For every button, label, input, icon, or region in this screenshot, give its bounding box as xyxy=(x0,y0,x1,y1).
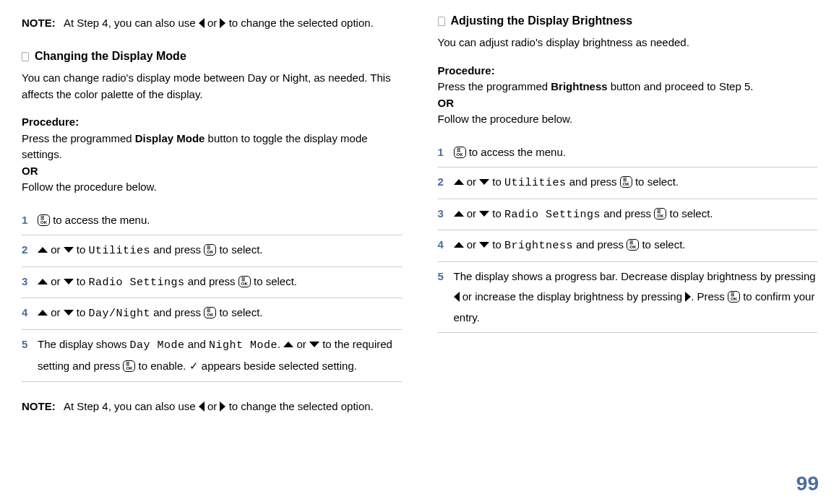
proc-text-part: Follow the procedure below. xyxy=(438,113,573,125)
proc-text-part: Press the programmed xyxy=(22,132,135,144)
ok-button-icon xyxy=(38,214,50,226)
step-text: or xyxy=(48,306,64,318)
note-block-top: NOTE: At Step 4, you can also use or to … xyxy=(22,14,402,32)
step-text: and press xyxy=(150,306,204,318)
up-arrow-icon xyxy=(454,211,464,217)
step-3: 3 or to Radio Settings and press to sele… xyxy=(22,267,402,299)
proc-text-part: Follow the procedure below. xyxy=(22,181,157,193)
step-number: 1 xyxy=(22,210,38,231)
note-text-part: or xyxy=(205,17,220,29)
procedure-label: Procedure: xyxy=(438,64,495,77)
step-text: to access the menu. xyxy=(50,214,150,226)
ok-button-icon xyxy=(238,276,251,287)
step-number: 5 xyxy=(438,266,454,287)
step-2: 2 or to Utilities and press to select. xyxy=(22,235,402,267)
step-number: 2 xyxy=(438,172,454,193)
step-text: appears beside selected setting. xyxy=(199,360,357,372)
menu-option: Brightness xyxy=(504,240,573,252)
step-text: . xyxy=(277,338,283,350)
step-body: or to Day/Night and press to select. xyxy=(38,303,402,325)
down-arrow-icon xyxy=(64,310,74,316)
step-text: and press xyxy=(573,238,627,251)
document-icon xyxy=(22,52,29,61)
section-title-display-mode: Changing the Display Mode xyxy=(22,50,402,63)
note-label: NOTE: xyxy=(22,398,64,415)
step-body: or to Radio Settings and press to select… xyxy=(454,204,818,226)
up-arrow-icon xyxy=(283,342,293,347)
proc-bold: Brightness xyxy=(551,80,607,92)
or-text: OR xyxy=(438,97,455,109)
page-number: 99 xyxy=(796,472,819,495)
down-arrow-icon xyxy=(64,247,74,253)
step-5: 5 The display shows a progress bar. Decr… xyxy=(438,262,818,334)
note-text-part: to change the selected option. xyxy=(225,17,373,29)
step-number: 2 xyxy=(22,240,38,261)
step-text: The display shows a progress bar. Decrea… xyxy=(454,270,816,282)
step-number: 5 xyxy=(22,334,38,355)
procedure-block: Procedure: Press the programmed Display … xyxy=(22,114,402,196)
left-arrow-icon xyxy=(454,292,460,302)
left-arrow-icon xyxy=(199,401,205,412)
step-text: to select. xyxy=(216,243,262,256)
step-text: and xyxy=(185,338,209,350)
step-text: to select. xyxy=(216,306,262,318)
down-arrow-icon xyxy=(64,279,74,284)
steps-list: 1 to access the menu. 2 or to Utilities … xyxy=(22,206,402,382)
step-2: 2 or to Utilities and press to select. xyxy=(438,168,818,199)
menu-option: Day/Night xyxy=(89,308,151,320)
note-block-bottom: NOTE: At Step 4, you can also use or to … xyxy=(22,398,402,415)
down-arrow-icon xyxy=(479,211,489,217)
note-text: At Step 4, you can also use or to change… xyxy=(64,14,402,32)
menu-option: Utilities xyxy=(89,245,151,257)
step-body: or to Utilities and press to select. xyxy=(454,172,818,194)
right-column: Adjusting the Display Brightness You can… xyxy=(438,14,818,433)
step-text: . Press xyxy=(691,290,728,303)
step-number: 3 xyxy=(22,271,38,292)
step-text: to xyxy=(489,175,504,188)
step-text: to xyxy=(489,238,504,251)
down-arrow-icon xyxy=(309,342,319,347)
menu-option: Radio Settings xyxy=(504,209,601,221)
step-number: 1 xyxy=(438,142,454,163)
step-text: and press xyxy=(150,243,204,256)
step-text: to xyxy=(74,243,89,256)
step-3: 3 or to Radio Settings and press to sele… xyxy=(438,199,818,231)
step-body: or to Brightness and press to select. xyxy=(454,235,818,257)
intro-text: You can adjust radio's display brightnes… xyxy=(438,35,818,51)
step-text: or xyxy=(464,207,480,220)
step-4: 4 or to Day/Night and press to select. xyxy=(22,298,402,330)
ok-button-icon xyxy=(620,176,632,188)
check-icon: ✓ xyxy=(189,360,199,372)
step-text: or xyxy=(293,338,309,350)
step-text: to select. xyxy=(639,238,685,251)
step-text: and press xyxy=(567,175,620,188)
step-text: to select. xyxy=(251,275,297,287)
down-arrow-icon xyxy=(479,179,489,185)
step-body: or to Utilities and press to select. xyxy=(38,240,402,262)
right-arrow-icon xyxy=(220,18,225,28)
step-text: and press xyxy=(601,207,654,220)
menu-option: Radio Settings xyxy=(89,277,185,289)
step-1: 1 to access the menu. xyxy=(438,138,818,168)
menu-option: Night Mode xyxy=(209,339,277,352)
up-arrow-icon xyxy=(38,279,48,284)
step-text: and press xyxy=(185,275,238,287)
left-arrow-icon xyxy=(199,18,205,28)
ok-button-icon xyxy=(654,208,666,220)
up-arrow-icon xyxy=(454,242,464,248)
up-arrow-icon xyxy=(454,179,464,185)
step-5: 5 The display shows Day Mode and Night M… xyxy=(22,330,402,382)
step-1: 1 to access the menu. xyxy=(22,206,402,236)
note-label: NOTE: xyxy=(22,14,64,32)
step-text: or increase the display brightness by pr… xyxy=(460,290,686,303)
step-text: or xyxy=(48,243,64,256)
menu-option: Utilities xyxy=(504,177,567,189)
step-body: to access the menu. xyxy=(454,142,818,163)
step-number: 3 xyxy=(438,204,454,225)
left-column: NOTE: At Step 4, you can also use or to … xyxy=(22,14,402,433)
step-number: 4 xyxy=(22,303,38,323)
steps-list: 1 to access the menu. 2 or to Utilities … xyxy=(438,138,818,334)
ok-button-icon xyxy=(123,360,135,372)
step-number: 4 xyxy=(438,235,454,256)
ok-button-icon xyxy=(204,244,216,256)
